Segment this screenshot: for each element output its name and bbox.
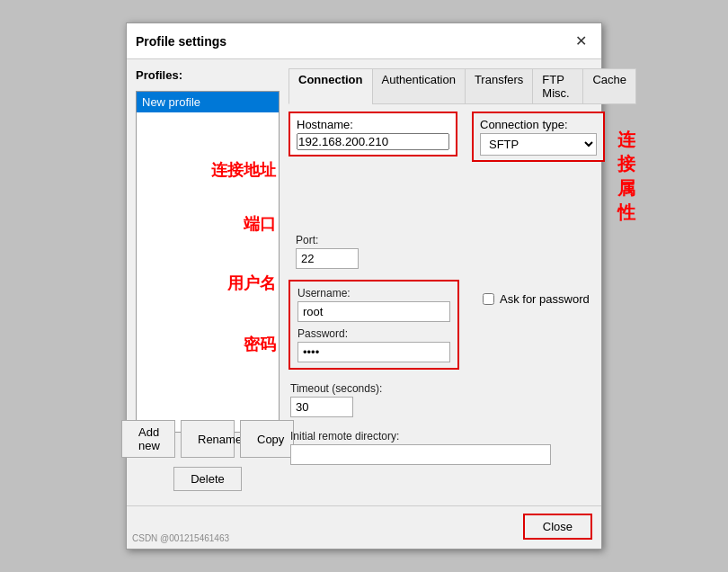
dialog-body: Profiles: New profile 连接地址 端口 用户名 密码 Add… xyxy=(127,59,601,500)
annotation-connection-address: 连接地址 xyxy=(136,159,280,181)
annotation-conn-props: 连接属性 xyxy=(617,128,635,225)
left-panel: Profiles: New profile 连接地址 端口 用户名 密码 Add… xyxy=(136,68,280,491)
hostname-input[interactable] xyxy=(297,133,449,150)
conntype-select[interactable]: SFTP FTP FTPS SCP xyxy=(480,133,597,156)
initial-dir-row: Initial remote directory: xyxy=(290,430,635,465)
password-field: Password: xyxy=(297,327,450,362)
conntype-label: Connection type: xyxy=(480,118,597,131)
password-input[interactable] xyxy=(297,342,450,362)
port-row: Port: xyxy=(289,234,635,269)
annotation-username: 用户名 xyxy=(136,273,280,294)
watermark: CSDN @001215461463 xyxy=(132,533,229,543)
credentials-group: Username: Password: xyxy=(289,280,459,370)
timeout-field: Timeout (seconds): xyxy=(290,382,635,417)
username-label: Username: xyxy=(297,287,450,299)
profile-action-buttons: Add new Rename Copy xyxy=(136,420,280,458)
tab-authentication[interactable]: Authentication xyxy=(372,68,466,104)
tabs-row: Connection Authentication Transfers FTP … xyxy=(289,68,635,104)
delete-button-row: Delete xyxy=(136,467,280,491)
annotation-port: 端口 xyxy=(136,213,280,235)
title-bar: Profile settings ✕ xyxy=(127,23,601,59)
profiles-label: Profiles: xyxy=(136,68,280,82)
port-input[interactable] xyxy=(296,248,359,269)
hostname-conntype-row: Hostname: Connection type: SFTP FTP FTPS… xyxy=(289,112,635,225)
ask-password-row: Ask for password xyxy=(483,292,590,306)
initial-dir-input[interactable] xyxy=(290,444,551,465)
initial-dir-label: Initial remote directory: xyxy=(290,430,635,442)
profile-settings-dialog: Profile settings ✕ Profiles: New profile… xyxy=(126,22,602,550)
username-input[interactable] xyxy=(297,301,450,322)
hostname-label: Hostname: xyxy=(297,118,449,131)
tab-ftp-misc[interactable]: FTP Misc. xyxy=(532,68,583,104)
close-bottom-button[interactable]: Close xyxy=(523,514,592,540)
initial-dir-field: Initial remote directory: xyxy=(290,430,635,465)
rename-button[interactable]: Rename xyxy=(181,420,235,458)
hostname-group: Hostname: xyxy=(289,112,457,156)
tab-cache[interactable]: Cache xyxy=(582,68,636,104)
ask-password-checkbox[interactable] xyxy=(483,293,494,305)
connection-form: Hostname: Connection type: SFTP FTP FTPS… xyxy=(289,112,635,465)
copy-button[interactable]: Copy xyxy=(240,420,294,458)
timeout-input[interactable] xyxy=(290,397,353,417)
dialog-title: Profile settings xyxy=(136,34,226,49)
right-panel: Connection Authentication Transfers FTP … xyxy=(289,68,635,491)
timeout-label: Timeout (seconds): xyxy=(290,382,635,395)
tab-transfers[interactable]: Transfers xyxy=(465,68,533,104)
close-title-button[interactable]: ✕ xyxy=(570,31,592,51)
credentials-row: Username: Password: Ask for password xyxy=(289,280,635,370)
username-field: Username: xyxy=(297,287,450,322)
conntype-group: Connection type: SFTP FTP FTPS SCP xyxy=(472,112,605,162)
add-new-button[interactable]: Add new xyxy=(121,420,175,458)
port-label: Port: xyxy=(296,234,359,246)
annotation-password: 密码 xyxy=(136,334,280,355)
ask-password-label: Ask for password xyxy=(500,292,590,306)
port-field: Port: xyxy=(296,234,359,269)
tab-connection[interactable]: Connection xyxy=(289,68,373,104)
password-label: Password: xyxy=(297,327,450,340)
delete-button[interactable]: Delete xyxy=(173,467,242,491)
profile-item-new[interactable]: New profile xyxy=(137,92,279,112)
profiles-list[interactable]: New profile xyxy=(136,91,280,433)
timeout-row: Timeout (seconds): xyxy=(290,382,635,417)
